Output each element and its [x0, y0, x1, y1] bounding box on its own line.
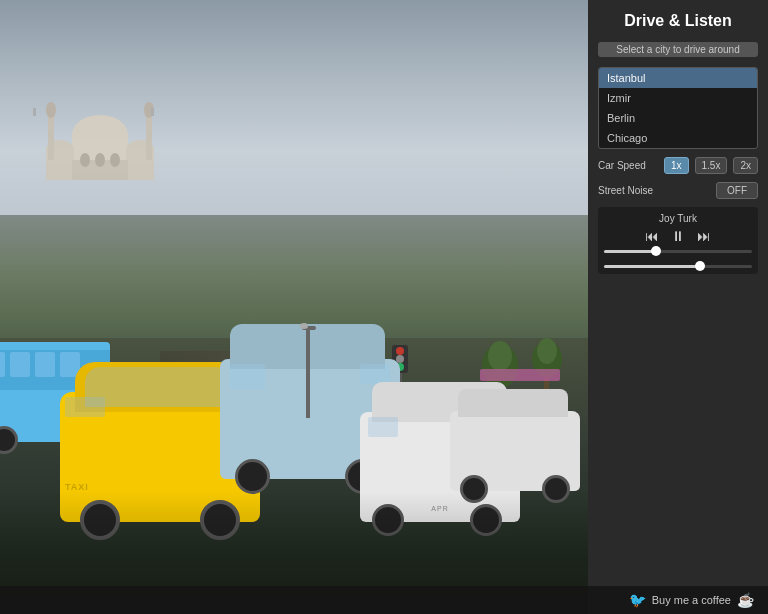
buy-coffee-text[interactable]: Buy me a coffee	[652, 594, 731, 606]
speed-15x-button[interactable]: 1.5x	[695, 157, 728, 174]
volume-fill	[604, 265, 700, 268]
city-list: Istanbul Izmir Berlin Chicago	[598, 67, 758, 149]
street-view: TAXI APR	[0, 0, 600, 614]
street-noise-control: Street Noise OFF	[598, 182, 758, 199]
svg-rect-27	[306, 328, 310, 418]
banner	[480, 369, 560, 381]
progress-thumb	[651, 246, 661, 256]
car-speed-label: Car Speed	[598, 160, 658, 171]
svg-point-15	[110, 153, 120, 167]
player-controls: ⏮ ⏸ ⏭	[604, 228, 752, 244]
svg-point-7	[46, 102, 56, 118]
svg-point-24	[396, 347, 404, 355]
svg-rect-8	[33, 108, 36, 116]
radio-station-name: Joy Turk	[604, 213, 752, 224]
city-item-istanbul[interactable]: Istanbul	[599, 68, 757, 88]
progress-bar[interactable]	[604, 250, 752, 253]
street-lamp-1	[300, 318, 316, 418]
speed-2x-button[interactable]: 2x	[733, 157, 758, 174]
progress-fill	[604, 250, 656, 253]
car-speed-control: Car Speed 1x 1.5x 2x	[598, 157, 758, 174]
next-button[interactable]: ⏭	[697, 228, 711, 244]
svg-point-21	[537, 338, 557, 364]
svg-point-18	[488, 341, 512, 371]
city-item-chicago[interactable]: Chicago	[599, 128, 757, 148]
volume-thumb	[695, 261, 705, 271]
speed-1x-button[interactable]: 1x	[664, 157, 689, 174]
coffee-icon: ☕	[737, 592, 754, 608]
city-select-label: Select a city to drive around	[598, 42, 758, 57]
right-car	[450, 411, 580, 491]
svg-rect-11	[151, 108, 154, 116]
mosque-silhouette	[30, 80, 170, 210]
street-noise-label: Street Noise	[598, 185, 710, 196]
prev-button[interactable]: ⏮	[645, 228, 659, 244]
panel-title: Drive & Listen	[598, 12, 758, 30]
street-noise-toggle[interactable]: OFF	[716, 182, 758, 199]
bottom-bar: 🐦 Buy me a coffee ☕	[0, 586, 768, 614]
city-item-berlin[interactable]: Berlin	[599, 108, 757, 128]
svg-point-29	[300, 323, 308, 329]
radio-player: Joy Turk ⏮ ⏸ ⏭	[598, 207, 758, 274]
right-panel: Drive & Listen Select a city to drive ar…	[588, 0, 768, 614]
twitter-icon[interactable]: 🐦	[629, 592, 646, 608]
svg-point-13	[80, 153, 90, 167]
city-item-izmir[interactable]: Izmir	[599, 88, 757, 108]
volume-bar[interactable]	[604, 265, 752, 268]
svg-point-14	[95, 153, 105, 167]
play-pause-button[interactable]: ⏸	[671, 228, 685, 244]
